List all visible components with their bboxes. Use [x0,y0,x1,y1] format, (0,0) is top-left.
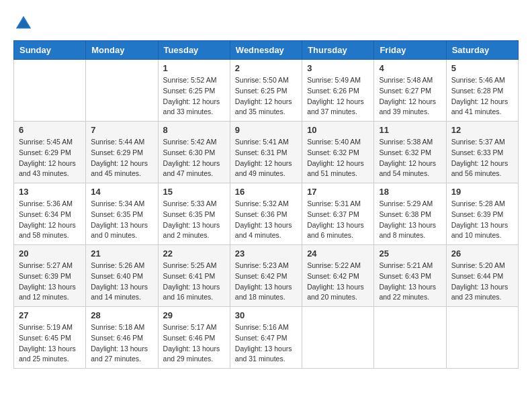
day-info: Sunrise: 5:18 AM Sunset: 6:46 PM Dayligh… [91,322,152,365]
day-info: Sunrise: 5:33 AM Sunset: 6:35 PM Dayligh… [163,199,225,241]
calendar-cell: 19Sunrise: 5:28 AM Sunset: 6:39 PM Dayli… [446,183,518,245]
calendar-cell: 15Sunrise: 5:33 AM Sunset: 6:35 PM Dayli… [158,183,230,245]
day-info: Sunrise: 5:41 AM Sunset: 6:31 PM Dayligh… [235,137,297,179]
day-number: 10 [307,125,369,135]
day-number: 29 [163,310,225,320]
calendar-cell [14,60,86,122]
calendar-cell: 11Sunrise: 5:38 AM Sunset: 6:32 PM Dayli… [374,122,446,183]
day-info: Sunrise: 5:22 AM Sunset: 6:42 PM Dayligh… [307,261,369,303]
day-number: 16 [235,187,297,197]
calendar-cell: 24Sunrise: 5:22 AM Sunset: 6:42 PM Dayli… [302,245,374,307]
calendar-cell: 13Sunrise: 5:36 AM Sunset: 6:34 PM Dayli… [14,183,86,245]
day-number: 27 [19,310,81,320]
calendar-week-row: 13Sunrise: 5:36 AM Sunset: 6:34 PM Dayli… [14,183,519,245]
day-of-week-header: Tuesday [158,41,230,60]
calendar-cell: 10Sunrise: 5:40 AM Sunset: 6:32 PM Dayli… [302,122,374,183]
calendar-cell: 18Sunrise: 5:29 AM Sunset: 6:38 PM Dayli… [374,183,446,245]
calendar-cell: 17Sunrise: 5:31 AM Sunset: 6:37 PM Dayli… [302,183,374,245]
calendar-cell: 27Sunrise: 5:19 AM Sunset: 6:45 PM Dayli… [14,307,86,369]
calendar-cell: 6Sunrise: 5:45 AM Sunset: 6:29 PM Daylig… [14,122,86,183]
day-info: Sunrise: 5:26 AM Sunset: 6:40 PM Dayligh… [91,261,152,303]
day-info: Sunrise: 5:49 AM Sunset: 6:26 PM Dayligh… [307,75,369,118]
day-number: 12 [451,125,513,135]
day-of-week-header: Thursday [302,41,374,60]
calendar-cell: 30Sunrise: 5:16 AM Sunset: 6:47 PM Dayli… [230,307,302,369]
day-info: Sunrise: 5:31 AM Sunset: 6:37 PM Dayligh… [307,199,369,241]
day-number: 25 [379,248,441,259]
day-of-week-header: Saturday [446,41,518,60]
day-number: 6 [19,125,81,135]
calendar-cell: 26Sunrise: 5:20 AM Sunset: 6:44 PM Dayli… [446,245,518,307]
day-number: 26 [451,248,513,259]
day-info: Sunrise: 5:23 AM Sunset: 6:42 PM Dayligh… [235,261,297,303]
calendar-header-row: SundayMondayTuesdayWednesdayThursdayFrid… [14,41,519,60]
day-number: 15 [163,187,225,197]
day-info: Sunrise: 5:46 AM Sunset: 6:28 PM Dayligh… [451,75,513,118]
calendar-cell: 21Sunrise: 5:26 AM Sunset: 6:40 PM Dayli… [86,245,158,307]
page-header [13,13,519,34]
calendar-week-row: 6Sunrise: 5:45 AM Sunset: 6:29 PM Daylig… [14,122,519,183]
day-number: 21 [91,248,152,259]
calendar-table: SundayMondayTuesdayWednesdayThursdayFrid… [13,40,519,369]
calendar-cell: 23Sunrise: 5:23 AM Sunset: 6:42 PM Dayli… [230,245,302,307]
calendar-cell: 29Sunrise: 5:17 AM Sunset: 6:46 PM Dayli… [158,307,230,369]
day-number: 22 [163,248,225,259]
calendar-cell: 25Sunrise: 5:21 AM Sunset: 6:43 PM Dayli… [374,245,446,307]
day-info: Sunrise: 5:27 AM Sunset: 6:39 PM Dayligh… [19,261,81,303]
day-info: Sunrise: 5:52 AM Sunset: 6:25 PM Dayligh… [163,75,225,118]
calendar-cell: 28Sunrise: 5:18 AM Sunset: 6:46 PM Dayli… [86,307,158,369]
day-info: Sunrise: 5:44 AM Sunset: 6:29 PM Dayligh… [91,137,152,179]
day-info: Sunrise: 5:38 AM Sunset: 6:32 PM Dayligh… [379,137,441,179]
day-info: Sunrise: 5:50 AM Sunset: 6:25 PM Dayligh… [235,75,297,118]
day-number: 7 [91,125,152,135]
logo [13,13,35,34]
calendar-cell [86,60,158,122]
day-number: 19 [451,187,513,197]
calendar-cell [374,307,446,369]
logo-icon [13,13,34,34]
day-info: Sunrise: 5:16 AM Sunset: 6:47 PM Dayligh… [235,322,297,365]
day-info: Sunrise: 5:42 AM Sunset: 6:30 PM Dayligh… [163,137,225,179]
day-of-week-header: Wednesday [230,41,302,60]
day-info: Sunrise: 5:21 AM Sunset: 6:43 PM Dayligh… [379,261,441,303]
day-info: Sunrise: 5:45 AM Sunset: 6:29 PM Dayligh… [19,137,81,179]
day-number: 1 [163,63,225,73]
calendar-cell: 16Sunrise: 5:32 AM Sunset: 6:36 PM Dayli… [230,183,302,245]
day-number: 23 [235,248,297,259]
day-info: Sunrise: 5:37 AM Sunset: 6:33 PM Dayligh… [451,137,513,179]
day-info: Sunrise: 5:32 AM Sunset: 6:36 PM Dayligh… [235,199,297,241]
day-number: 3 [307,63,369,73]
calendar-cell: 8Sunrise: 5:42 AM Sunset: 6:30 PM Daylig… [158,122,230,183]
day-info: Sunrise: 5:34 AM Sunset: 6:35 PM Dayligh… [91,199,152,241]
day-info: Sunrise: 5:28 AM Sunset: 6:39 PM Dayligh… [451,199,513,241]
calendar-cell: 22Sunrise: 5:25 AM Sunset: 6:41 PM Dayli… [158,245,230,307]
day-number: 28 [91,310,152,320]
calendar-cell [302,307,374,369]
day-number: 4 [379,63,441,73]
day-number: 20 [19,248,81,259]
calendar-cell: 20Sunrise: 5:27 AM Sunset: 6:39 PM Dayli… [14,245,86,307]
calendar-cell: 1Sunrise: 5:52 AM Sunset: 6:25 PM Daylig… [158,60,230,122]
calendar-week-row: 20Sunrise: 5:27 AM Sunset: 6:39 PM Dayli… [14,245,519,307]
day-number: 13 [19,187,81,197]
calendar-cell: 12Sunrise: 5:37 AM Sunset: 6:33 PM Dayli… [446,122,518,183]
day-info: Sunrise: 5:48 AM Sunset: 6:27 PM Dayligh… [379,75,441,118]
calendar-cell: 9Sunrise: 5:41 AM Sunset: 6:31 PM Daylig… [230,122,302,183]
calendar-cell: 2Sunrise: 5:50 AM Sunset: 6:25 PM Daylig… [230,60,302,122]
day-of-week-header: Sunday [14,41,86,60]
day-number: 24 [307,248,369,259]
day-number: 30 [235,310,297,320]
day-number: 14 [91,187,152,197]
calendar-cell: 3Sunrise: 5:49 AM Sunset: 6:26 PM Daylig… [302,60,374,122]
day-info: Sunrise: 5:17 AM Sunset: 6:46 PM Dayligh… [163,322,225,365]
day-number: 8 [163,125,225,135]
day-number: 18 [379,187,441,197]
day-info: Sunrise: 5:40 AM Sunset: 6:32 PM Dayligh… [307,137,369,179]
day-number: 11 [379,125,441,135]
day-info: Sunrise: 5:20 AM Sunset: 6:44 PM Dayligh… [451,261,513,303]
calendar-week-row: 27Sunrise: 5:19 AM Sunset: 6:45 PM Dayli… [14,307,519,369]
day-info: Sunrise: 5:36 AM Sunset: 6:34 PM Dayligh… [19,199,81,241]
calendar-cell: 4Sunrise: 5:48 AM Sunset: 6:27 PM Daylig… [374,60,446,122]
calendar-week-row: 1Sunrise: 5:52 AM Sunset: 6:25 PM Daylig… [14,60,519,122]
day-number: 5 [451,63,513,73]
